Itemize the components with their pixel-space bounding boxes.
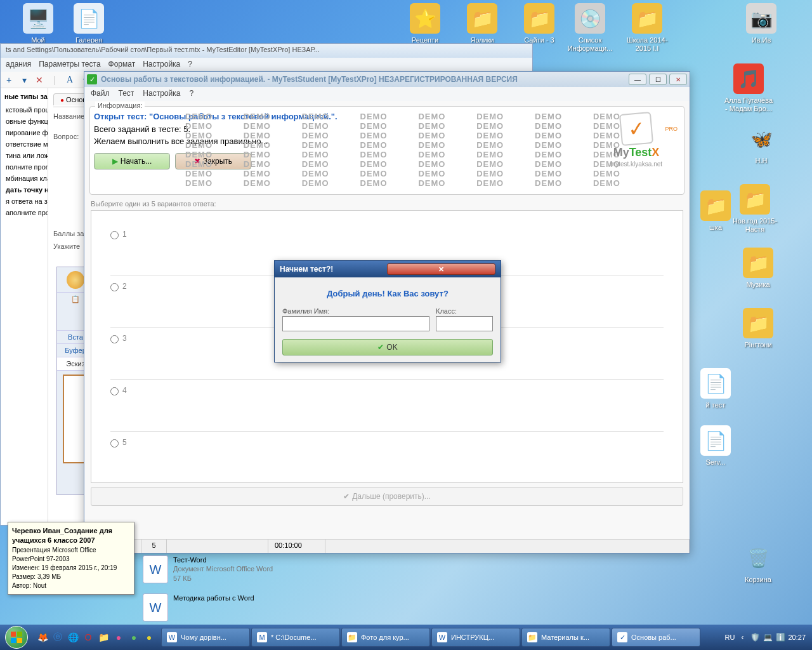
- taskbar-task[interactable]: M* C:\Docume...: [251, 628, 340, 647]
- tray-network-icon[interactable]: 💻: [763, 632, 773, 642]
- desktop-icon[interactable]: 📁Школа 2014-2015 І.І: [622, 3, 672, 53]
- start-button[interactable]: [3, 625, 30, 650]
- add-icon[interactable]: +: [3, 74, 15, 86]
- answer-radio[interactable]: [110, 387, 119, 395]
- sidebar-item[interactable]: пирование фра: [4, 127, 44, 138]
- taskbar-task[interactable]: ✓Основы раб...: [612, 628, 700, 647]
- desktop-icon[interactable]: ⭐Рецепти: [400, 3, 450, 44]
- answer-radio[interactable]: [110, 335, 119, 343]
- maximize-button[interactable]: ☐: [649, 74, 667, 85]
- task-icon: M: [257, 632, 267, 642]
- check-icon: ✓: [619, 112, 653, 146]
- taskbar-task[interactable]: WИНСТРУКЦ...: [431, 628, 520, 647]
- menu-item[interactable]: ?: [189, 89, 193, 98]
- menu-item[interactable]: адания: [6, 60, 31, 69]
- tray-info-icon[interactable]: ℹ️: [775, 632, 785, 642]
- desktop-icon[interactable]: 🦋Н.Н: [736, 124, 787, 165]
- desktop-icon[interactable]: 📁Сайти - 3: [514, 3, 565, 44]
- chrome-icon[interactable]: 🌐: [66, 630, 80, 644]
- menu-item[interactable]: Формат: [108, 60, 136, 69]
- icon-label: Рінгтони: [733, 341, 783, 349]
- desktop-icon[interactable]: 📁Рінгтони: [733, 308, 783, 349]
- sidebar-item[interactable]: аполните проп: [4, 207, 44, 218]
- menu-item[interactable]: Настройка: [143, 89, 180, 98]
- svg-rect-0: [11, 632, 16, 637]
- file-type: Документ Microsoft Office Word: [173, 564, 273, 573]
- desktop-icon[interactable]: 🎵Алла Пугачёва - Мадам Бро...: [723, 63, 774, 113]
- desktop-icon[interactable]: 📷Ив.Ив: [736, 3, 787, 44]
- file-item[interactable]: WМетодика работы с Word: [143, 594, 254, 621]
- tray-arrow-icon[interactable]: ‹: [737, 632, 747, 642]
- sidebar-item[interactable]: ответствие ме: [4, 138, 44, 150]
- sidebar-item[interactable]: мбинация клав: [4, 173, 44, 184]
- taskbar-task[interactable]: 📁Материалы к...: [521, 628, 610, 647]
- ok-button[interactable]: ✔OK: [282, 339, 493, 355]
- desktop-icon[interactable]: 📁Ярлики: [457, 3, 508, 44]
- close-test-button[interactable]: ✖Закрыть: [175, 153, 251, 169]
- name-input[interactable]: [282, 316, 429, 331]
- office-icon: [67, 271, 84, 289]
- minimize-button[interactable]: —: [629, 74, 646, 85]
- answer-row[interactable]: 5: [110, 432, 664, 484]
- answer-number: 5: [122, 438, 127, 447]
- next-button[interactable]: ✔ Дальше (проверить)...: [91, 487, 683, 506]
- file-item[interactable]: WТест-WordДокумент Microsoft Office Word…: [143, 555, 273, 583]
- app-icon: ✓: [87, 74, 97, 84]
- sidebar-item[interactable]: овные функци: [4, 116, 44, 127]
- clock[interactable]: 20:27: [788, 633, 806, 641]
- desktop-icon[interactable]: 📁шка: [690, 190, 741, 232]
- app3-icon[interactable]: ●: [127, 630, 141, 644]
- menu-item[interactable]: Файл: [91, 89, 110, 98]
- task-label: Фото для кур...: [361, 633, 409, 641]
- firefox-icon[interactable]: 🦊: [36, 630, 49, 644]
- menu-item[interactable]: Настройка: [143, 60, 180, 69]
- dialog-close-button[interactable]: ✕: [387, 263, 495, 275]
- file-name: Тест-Word: [173, 555, 273, 564]
- sidebar-item[interactable]: дать точку н: [4, 184, 44, 196]
- app4-icon[interactable]: ●: [142, 630, 156, 644]
- task-icon: W: [167, 632, 177, 642]
- desktop-icon[interactable]: 📄й тест: [690, 368, 741, 409]
- desktop-icon[interactable]: 📁Музика: [733, 248, 783, 289]
- task-icon: 📁: [527, 632, 537, 642]
- start-button[interactable]: ▶Начать...: [94, 153, 170, 169]
- app-icon[interactable]: 📁: [96, 630, 110, 644]
- answer-radio[interactable]: [110, 231, 119, 239]
- desktop-icon[interactable]: 🗑️Корзина: [733, 543, 783, 584]
- taskbar-task[interactable]: 📁Фото для кур...: [341, 628, 430, 647]
- info-legend: Информация:: [95, 102, 145, 109]
- status-bar: Тест выбран 5 00:10:00: [84, 539, 690, 553]
- sidebar-item[interactable]: тина или ложь: [4, 150, 44, 161]
- down-icon[interactable]: ▾: [18, 74, 30, 86]
- sidebar-item[interactable]: полните пропу: [4, 161, 44, 173]
- task-icon: W: [437, 632, 447, 642]
- answer-number: 3: [122, 334, 127, 343]
- name-label: Фамилия Имя:: [282, 307, 429, 315]
- folder-icon: 📄: [74, 3, 104, 34]
- sidebar-item[interactable]: кстовый проце: [4, 104, 44, 116]
- answer-radio[interactable]: [110, 283, 119, 291]
- tray-shield-icon[interactable]: 🛡️: [750, 632, 760, 642]
- desktop-icon[interactable]: 💿Список Информаци...: [565, 3, 615, 53]
- font-icon[interactable]: A: [63, 74, 76, 86]
- remove-icon[interactable]: ✕: [33, 74, 46, 86]
- taskbar-task[interactable]: WЧому дорівн...: [161, 628, 250, 647]
- answer-row[interactable]: 4: [110, 380, 664, 432]
- answer-radio[interactable]: [110, 439, 119, 448]
- opera-icon[interactable]: O: [81, 630, 95, 644]
- menu-item[interactable]: ?: [188, 60, 192, 69]
- lang-indicator[interactable]: RU: [725, 633, 735, 641]
- app2-icon[interactable]: ●: [112, 630, 126, 644]
- class-input[interactable]: [436, 316, 493, 331]
- desktop-icon[interactable]: 📄Serv...: [690, 425, 741, 467]
- menu-item[interactable]: Параметры теста: [39, 60, 100, 69]
- dialog-title: Начнем тест?!: [280, 265, 387, 274]
- icon-label: Музика: [733, 281, 783, 289]
- desktop-icon[interactable]: 📄Галерея: [63, 3, 114, 44]
- sidebar-item[interactable]: я ответа на за: [4, 196, 44, 207]
- desktop-icon[interactable]: 🖥️Мой: [13, 3, 63, 44]
- menu-item[interactable]: Тест: [119, 89, 134, 98]
- tooltip-title: Черевко Иван_Создание для учащихся 6 кла…: [12, 527, 112, 544]
- close-button[interactable]: ✕: [669, 74, 687, 85]
- ie-icon[interactable]: ⓔ: [51, 630, 65, 644]
